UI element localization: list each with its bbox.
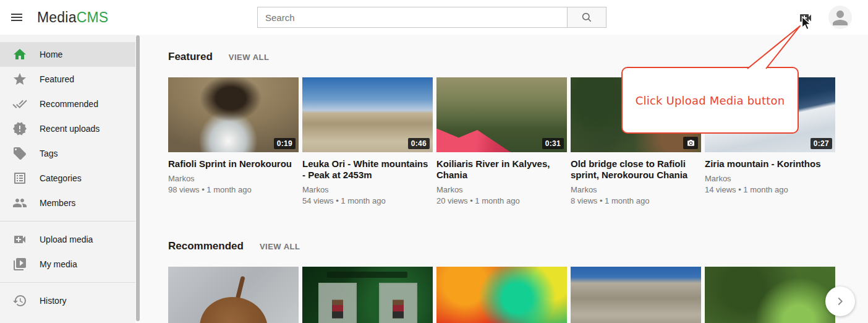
chevron-right-icon <box>833 295 847 308</box>
kayak-shape <box>436 114 511 152</box>
sidebar: Home Featured Recommended Recent uploads… <box>0 35 135 323</box>
thumbnail-pumpkin-craft[interactable] <box>168 267 299 323</box>
sidebar-item-label: Featured <box>40 74 74 84</box>
sidebar-item-label: Upload media <box>40 235 93 244</box>
sidebar-item-featured[interactable]: Featured <box>0 67 135 92</box>
annotation-pointer <box>739 20 810 72</box>
media-card[interactable] <box>302 267 433 323</box>
sidebar-item-history[interactable]: History <box>0 288 135 313</box>
media-meta: 14 views • 1 month ago <box>705 185 835 194</box>
media-card[interactable] <box>571 267 701 323</box>
thumbnail-rocky-mountain[interactable] <box>571 267 701 323</box>
media-card[interactable] <box>168 267 299 323</box>
double-check-icon <box>12 97 27 111</box>
duration-badge: 0:46 <box>408 138 430 149</box>
game-character-panel <box>379 283 417 323</box>
mouse-cursor <box>801 16 812 31</box>
categories-icon <box>12 171 27 186</box>
media-card[interactable] <box>705 267 835 323</box>
user-avatar[interactable] <box>828 6 852 29</box>
annotation-text: Click Upload Media button <box>636 94 785 107</box>
upload-media-icon <box>12 232 27 247</box>
recommended-cards-row <box>168 267 868 323</box>
section-title-featured: Featured <box>168 51 213 63</box>
thumbnail-kayak-in-river[interactable]: 0:31 <box>436 77 567 152</box>
media-author[interactable]: Markos <box>168 174 299 183</box>
thumbnail-game-character-select[interactable] <box>302 267 433 323</box>
sidebar-item-recent-uploads[interactable]: Recent uploads <box>0 116 135 141</box>
logo-cms: CMS <box>77 9 109 25</box>
thumbnail-abstract-color-blur[interactable] <box>436 267 567 323</box>
sidebar-item-label: Members <box>40 198 75 208</box>
featured-view-all-link[interactable]: VIEW ALL <box>229 53 270 62</box>
thumbnail-green-leaves[interactable] <box>705 267 835 323</box>
pumpkin-shape <box>200 297 268 323</box>
game-character-sprite <box>393 300 404 319</box>
media-author[interactable]: Markos <box>705 174 835 183</box>
media-title[interactable]: Old bridge close to Rafioli sprint, Nero… <box>571 158 697 181</box>
search-button[interactable] <box>567 7 606 28</box>
carousel-next-button[interactable] <box>825 286 855 316</box>
sidebar-item-label: Recommended <box>40 99 98 109</box>
media-meta: 8 views • 1 month ago <box>571 196 701 205</box>
menu-icon[interactable] <box>9 10 24 25</box>
game-title-shape <box>327 272 407 278</box>
history-icon <box>12 293 27 308</box>
home-icon <box>12 47 27 62</box>
media-meta: 98 views • 1 month ago <box>168 185 299 194</box>
media-title[interactable]: Rafioli Sprint in Nerokourou <box>168 158 295 170</box>
game-character-panel <box>318 283 357 323</box>
logo[interactable]: MediaCMS <box>37 0 108 35</box>
media-card[interactable] <box>436 267 567 323</box>
members-icon <box>12 196 27 210</box>
sidebar-divider <box>0 282 135 283</box>
tag-icon <box>12 146 27 161</box>
logo-media: Media <box>37 9 77 25</box>
sidebar-item-label: Home <box>40 50 62 59</box>
game-character-sprite <box>332 300 343 319</box>
duration-badge: 0:19 <box>274 138 296 149</box>
duration-badge: 0:27 <box>811 138 832 149</box>
search-bar <box>257 7 606 28</box>
sidebar-item-members[interactable]: Members <box>0 191 135 215</box>
sidebar-item-tags[interactable]: Tags <box>0 141 135 166</box>
media-card[interactable]: 0:46 Leuka Ori - White mountains - Peak … <box>302 77 433 205</box>
search-icon <box>581 11 593 24</box>
sidebar-item-label: Tags <box>40 149 58 158</box>
thumbnail-desert-mountains-sky[interactable]: 0:46 <box>302 77 433 152</box>
sidebar-item-my-media[interactable]: My media <box>0 252 135 277</box>
media-meta: 20 views • 1 month ago <box>436 196 567 205</box>
recommended-section-header: Recommended VIEW ALL <box>168 240 868 252</box>
media-card[interactable]: 0:19 Rafioli Sprint in Nerokourou Markos… <box>168 77 299 205</box>
sidebar-item-label: My media <box>40 259 77 269</box>
annotation-tooltip: Click Upload Media button <box>621 67 799 134</box>
top-bar: MediaCMS <box>0 0 868 35</box>
new-releases-icon <box>12 121 27 136</box>
sidebar-item-label: Recent uploads <box>40 124 100 134</box>
sidebar-scrollbar-thumb[interactable] <box>136 35 140 321</box>
media-author[interactable]: Markos <box>571 185 701 194</box>
section-title-recommended: Recommended <box>168 240 244 252</box>
sidebar-divider <box>0 221 135 222</box>
image-type-camera-icon <box>683 137 698 149</box>
thumbnail-waterfall-under-stone-arch[interactable]: 0:19 <box>168 77 299 152</box>
recommended-view-all-link[interactable]: VIEW ALL <box>260 242 300 251</box>
media-author[interactable]: Markos <box>436 185 567 194</box>
my-media-icon <box>12 257 27 272</box>
search-input[interactable] <box>257 7 567 28</box>
star-icon <box>12 72 27 87</box>
media-title[interactable]: Koiliaris River in Kalyves, Chania <box>436 158 563 181</box>
sidebar-item-categories[interactable]: Categories <box>0 166 135 191</box>
sidebar-item-label: History <box>40 296 67 306</box>
sidebar-item-home[interactable]: Home <box>0 42 135 67</box>
media-author[interactable]: Markos <box>302 185 433 194</box>
media-title[interactable]: Leuka Ori - White mountains - Peak at 24… <box>302 158 429 181</box>
sidebar-item-upload-media[interactable]: Upload media <box>0 227 135 252</box>
duration-badge: 0:31 <box>542 138 564 149</box>
sidebar-item-recommended[interactable]: Recommended <box>0 92 135 116</box>
sidebar-scrollbar <box>135 35 140 323</box>
media-card[interactable]: 0:31 Koiliaris River in Kalyves, Chania … <box>436 77 567 205</box>
sidebar-item-label: Categories <box>40 173 82 183</box>
media-meta: 54 views • 1 month ago <box>302 196 433 205</box>
media-title[interactable]: Ziria mountain - Korinthos <box>705 158 832 170</box>
